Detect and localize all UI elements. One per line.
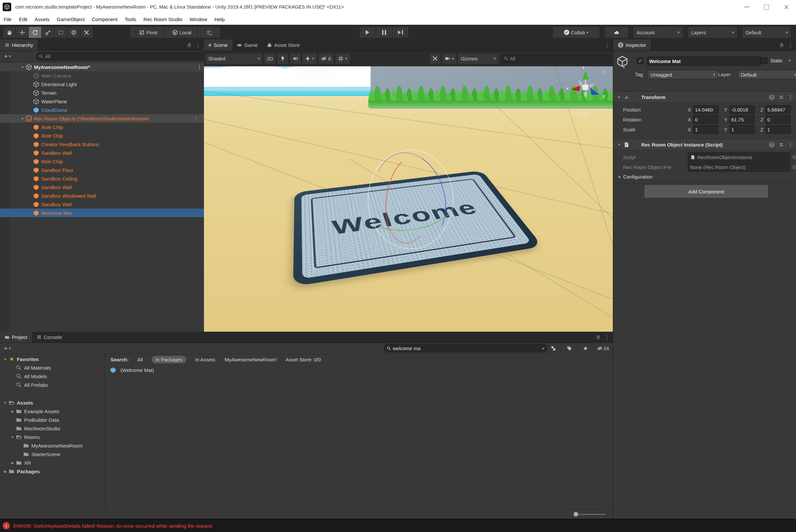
foldout-closed-icon[interactable]: ▶ [9, 461, 16, 465]
active-checkbox[interactable]: ✓ [637, 57, 644, 64]
hierarchy-item[interactable]: Creator Feedback Buttons [0, 140, 204, 149]
foldout-open-icon[interactable]: ▼ [616, 143, 622, 147]
custom-tool-button[interactable] [80, 26, 93, 38]
hierarchy-item[interactable]: WaterPlane [0, 97, 204, 106]
transform-component-header[interactable]: ▼ Transform ? ⋮ [613, 91, 796, 103]
transform-scale-x-field[interactable]: 1 [693, 125, 718, 134]
perspective-toggle[interactable]: ◅ Persp [570, 111, 589, 118]
project-tree-item[interactable]: ▶Packages [0, 467, 105, 476]
cloud-services-button[interactable] [604, 26, 629, 38]
foldout-open-icon[interactable]: ▼ [19, 117, 26, 120]
hierarchy-item[interactable]: Directional Light [0, 80, 204, 89]
script-object-field[interactable]: RecRoomObjectInstance [688, 152, 790, 162]
menu-gameobject[interactable]: GameObject [53, 17, 88, 22]
project-tree-item[interactable]: All Prefabs [0, 381, 105, 389]
foldout-open-icon[interactable]: ▼ [616, 95, 622, 99]
project-tree-item[interactable]: RecRoomStudio [0, 424, 105, 433]
transform-tool-button[interactable] [67, 26, 80, 38]
kebab-menu-icon[interactable]: ⋮ [193, 115, 199, 121]
play-button[interactable] [359, 26, 376, 38]
transform-rotation-x-field[interactable]: 0 [693, 115, 718, 124]
hierarchy-item[interactable]: Welcome Mat [0, 209, 204, 217]
rotate-tool-button[interactable] [29, 26, 41, 38]
project-tree-item[interactable]: ProBuilder Data [0, 416, 105, 424]
scene-effects-dropdown[interactable]: ▾ [302, 53, 317, 64]
search-scope-in-packages[interactable]: In Packages [151, 356, 187, 363]
tab-console[interactable]: Console [32, 332, 67, 343]
pivot-toggle-button[interactable]: Pivot [130, 26, 167, 38]
scene-3d-view[interactable]: Welcome y x z ◅ Persp [204, 66, 613, 332]
hierarchy-item[interactable]: Sandbox Floor [0, 166, 204, 174]
hierarchy-item[interactable]: ▼Rec Room Objects (^RecRoomStudioStarter… [0, 114, 204, 123]
hand-tool-button[interactable] [3, 26, 16, 38]
gizmos-dropdown[interactable]: Gizmos ▾ [458, 53, 498, 64]
hierarchy-item[interactable]: Main Camera [0, 71, 204, 80]
lock-icon[interactable] [596, 335, 601, 340]
project-tree-item[interactable]: ▼Assets [0, 398, 105, 407]
search-result-item[interactable]: (Welcome Mat) [105, 365, 613, 375]
hierarchy-item[interactable]: Role Chip [0, 157, 204, 166]
hierarchy-item[interactable]: Sandbox Wall [0, 183, 204, 191]
thumbnail-size-slider[interactable] [576, 514, 606, 515]
search-scope-in-assets[interactable]: In Assets [195, 357, 215, 362]
gameobject-name-field[interactable]: Welcome Mat [647, 56, 761, 66]
draw-mode-dropdown[interactable]: Shaded ▾ [205, 53, 263, 64]
search-scope--myawesomenewroom-[interactable]: 'MyAwesomeNewRoom' [224, 357, 277, 362]
transform-position-z-field[interactable]: 5.66947 [765, 105, 791, 114]
menu-assets[interactable]: Assets [31, 17, 53, 22]
hidden-packages-button[interactable]: 24 [593, 343, 612, 354]
hierarchy-item[interactable]: Terrain [0, 89, 204, 97]
hierarchy-item[interactable]: Sandbox Wall [0, 200, 204, 209]
scene-camera-dropdown[interactable]: ▾ [442, 53, 457, 64]
hierarchy-item[interactable]: Sandbox Windowed Wall [0, 191, 204, 200]
recroom-object-field[interactable]: None (Rec Room Object) [688, 163, 790, 172]
tag-dropdown[interactable]: Untagged▾ [647, 70, 718, 79]
grid-snapping-button[interactable] [197, 26, 221, 38]
foldout-open-icon[interactable]: ▼ [2, 401, 8, 405]
presets-icon[interactable] [779, 95, 784, 100]
status-bar[interactable]: ! ERROR: GetUnityAssetDetails failed! Re… [0, 519, 796, 532]
account-dropdown[interactable]: Account ▾ [633, 26, 683, 38]
chevron-down-icon[interactable]: ▾ [789, 58, 791, 63]
script-component-header[interactable]: ▼ # Rec Room Object Instance (Script) ? … [613, 139, 796, 150]
static-checkbox[interactable] [761, 57, 767, 64]
menu-window[interactable]: Window [186, 17, 211, 22]
tab-asset-store[interactable]: Asset Store [262, 40, 305, 51]
project-tree-item[interactable]: All Models [0, 372, 105, 381]
transform-rotation-z-field[interactable]: 0 [765, 115, 791, 124]
object-picker-icon[interactable]: ⊙ [792, 154, 796, 160]
transform-scale-z-field[interactable]: 1 [765, 125, 791, 134]
2d-toggle-button[interactable]: 2D [264, 53, 276, 64]
foldout-open-icon[interactable]: ▼ [2, 357, 8, 361]
local-toggle-button[interactable]: Local [163, 26, 201, 38]
search-by-type-button[interactable] [545, 343, 561, 354]
menu-edit[interactable]: Edit [15, 17, 31, 22]
move-tool-button[interactable] [16, 26, 29, 38]
foldout-open-icon[interactable]: ▼ [19, 65, 26, 69]
tab-hierarchy[interactable]: Hierarchy [0, 40, 38, 51]
kebab-menu-icon[interactable]: ⋮ [605, 334, 609, 340]
transform-position-x-field[interactable]: 14.0460 [693, 105, 718, 114]
kebab-menu-icon[interactable]: ⋮ [196, 42, 201, 48]
foldout-closed-icon[interactable]: ▶ [2, 470, 8, 473]
search-by-label-button[interactable] [561, 343, 577, 354]
slider-handle[interactable] [573, 512, 578, 516]
gameobject-cube-icon[interactable] [617, 55, 628, 67]
kebab-menu-icon[interactable]: ⋮ [788, 94, 793, 100]
kebab-menu-icon[interactable]: ⋮ [788, 141, 793, 148]
chevron-down-icon[interactable]: ▾ [623, 65, 625, 70]
scene-search-input[interactable]: All [501, 54, 611, 63]
hierarchy-item[interactable]: ▼MyAwesomeNewRoom*⋮ [0, 63, 204, 71]
clear-search-icon[interactable]: × [542, 345, 545, 351]
foldout-closed-icon[interactable]: ▶ [617, 175, 623, 178]
transform-rotation-y-field[interactable]: 61.75 [729, 115, 755, 124]
project-search-input[interactable]: welcome ma × [384, 344, 548, 353]
project-tree-item[interactable]: StarterScene [0, 450, 105, 458]
menu-component[interactable]: Component [88, 17, 121, 22]
lock-icon[interactable] [187, 42, 192, 48]
menu-file[interactable]: File [0, 17, 15, 22]
help-icon[interactable]: ? [769, 94, 775, 100]
transform-scale-y-field[interactable]: 1 [729, 125, 755, 134]
kebab-menu-icon[interactable]: ⋮ [197, 64, 202, 70]
presets-icon[interactable] [779, 142, 784, 147]
